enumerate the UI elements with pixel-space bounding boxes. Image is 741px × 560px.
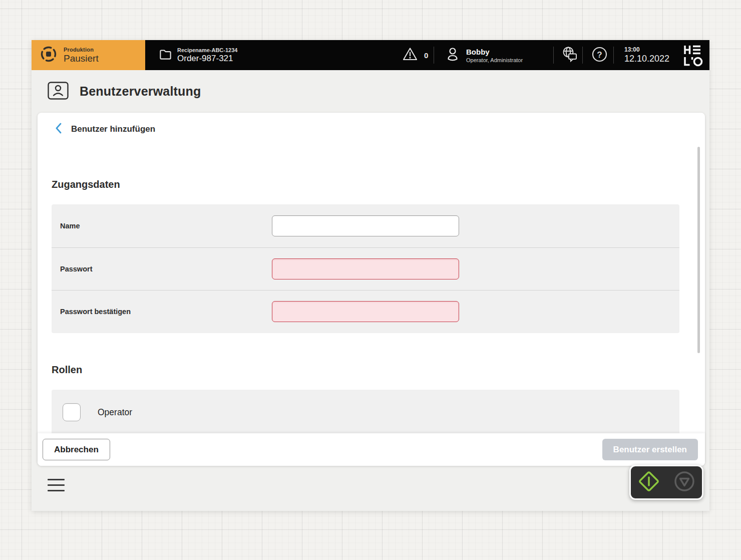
production-status-badge[interactable]: Produktion Pausiert xyxy=(32,40,145,70)
top-status-bar: Produktion Pausiert Recipename-ABC-1234 … xyxy=(32,40,709,70)
back-label: Benutzer hinzufügen xyxy=(71,124,155,134)
production-state: Pausiert xyxy=(64,53,99,64)
card-footer: Abbrechen Benutzer erstellen xyxy=(38,433,705,466)
helio-logo xyxy=(681,44,703,69)
name-field-row: Name xyxy=(52,204,679,247)
user-icon xyxy=(445,46,460,64)
password-confirm-field-row: Passwort bestätigen xyxy=(52,290,679,333)
operator-checkbox[interactable] xyxy=(63,403,81,421)
name-input[interactable] xyxy=(272,215,459,236)
clock-date: 12.10.2022 xyxy=(624,54,669,64)
user-account-block[interactable]: Bobby Operator, Administrator xyxy=(445,40,523,70)
create-user-button[interactable]: Benutzer erstellen xyxy=(602,439,698,460)
user-name: Bobby xyxy=(466,48,523,56)
alarm-count: 0 xyxy=(424,51,428,60)
password-field-label: Passwort xyxy=(60,265,92,273)
language-globe-icon xyxy=(561,46,579,65)
back-navigation[interactable]: Benutzer hinzufügen xyxy=(55,123,155,136)
production-label: Produktion xyxy=(64,47,99,53)
order-number: Order-987-321 xyxy=(177,54,237,64)
machine-run-controls xyxy=(629,465,703,500)
operator-checkbox-label: Operator xyxy=(98,407,132,418)
user-management-icon xyxy=(48,82,69,102)
language-button[interactable] xyxy=(557,40,582,70)
bottom-bar xyxy=(32,466,709,511)
user-roles: Operator, Administrator xyxy=(466,57,523,63)
topbar-divider xyxy=(434,47,434,64)
cancel-button[interactable]: Abbrechen xyxy=(43,439,110,460)
credentials-section-title: Zugangsdaten xyxy=(52,179,120,190)
clock-time: 13:00 xyxy=(624,46,669,53)
password-field-row: Passwort xyxy=(52,247,679,291)
stop-icon[interactable] xyxy=(673,470,696,495)
svg-text:?: ? xyxy=(597,50,602,59)
help-icon: ? xyxy=(591,46,608,65)
production-pause-icon xyxy=(40,45,58,65)
page-title: Benutzerverwaltung xyxy=(80,84,201,99)
card-scrollbar[interactable] xyxy=(697,147,700,353)
back-chevron-icon xyxy=(55,123,62,136)
topbar-divider xyxy=(553,47,554,64)
start-icon[interactable] xyxy=(637,469,661,495)
app-window: Produktion Pausiert Recipename-ABC-1234 … xyxy=(32,40,709,511)
alarm-counter[interactable]: 0 xyxy=(402,40,428,70)
name-field-label: Name xyxy=(60,222,80,230)
role-operator-row: Operator xyxy=(63,403,132,421)
help-button[interactable]: ? xyxy=(586,40,612,70)
warning-icon xyxy=(402,47,418,64)
password-input[interactable] xyxy=(272,258,459,279)
password-confirm-field-label: Passwort bestätigen xyxy=(60,308,131,316)
roles-section-title: Rollen xyxy=(52,364,82,376)
datetime-display: 13:00 12.10.2022 xyxy=(624,40,669,70)
topbar-divider xyxy=(582,47,583,64)
password-confirm-input[interactable] xyxy=(272,301,459,322)
add-user-card: Benutzer hinzufügen Zugangsdaten Name Pa… xyxy=(38,113,705,466)
topbar-divider xyxy=(613,47,614,64)
recipe-name: Recipename-ABC-1234 xyxy=(177,47,237,53)
recipe-order-block[interactable]: Recipename-ABC-1234 Order-987-321 xyxy=(159,40,237,70)
page-header: Benutzerverwaltung xyxy=(32,70,709,113)
menu-hamburger-icon[interactable] xyxy=(48,479,65,495)
roles-panel: Operator xyxy=(52,390,679,435)
folder-icon xyxy=(159,48,172,63)
credentials-panel: Name Passwort Passwort bestätigen xyxy=(52,204,679,333)
